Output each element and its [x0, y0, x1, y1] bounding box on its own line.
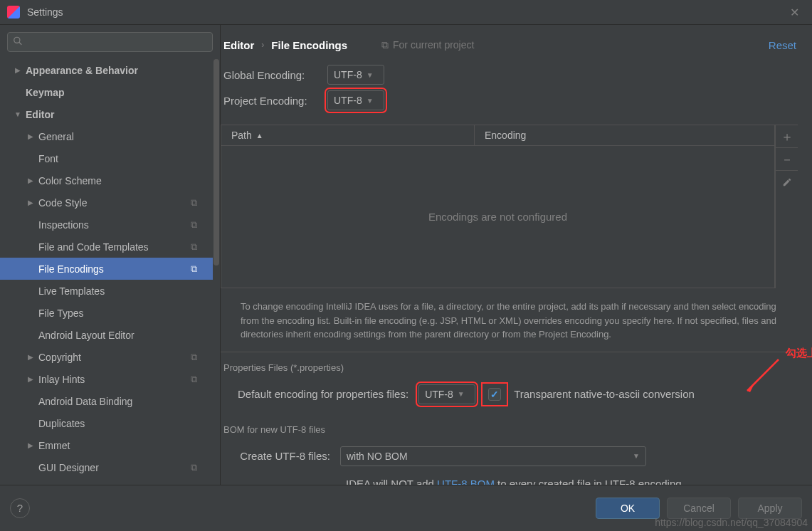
current-project-badge: ⧉ For current project	[381, 39, 474, 51]
sidebar-item-file-and-code-templates[interactable]: File and Code Templates⧉	[0, 236, 220, 258]
sidebar-item-file-encodings[interactable]: File Encodings⧉	[0, 258, 220, 280]
sidebar-item-editor[interactable]: ▼Editor	[0, 103, 220, 125]
svg-point-0	[14, 37, 20, 43]
sidebar-item-label: Appearance & Behavior	[26, 65, 138, 76]
sidebar-item-label: Code Style	[38, 197, 87, 209]
global-encoding-dropdown[interactable]: UTF-8 ▼	[327, 65, 384, 85]
sidebar-item-copyright[interactable]: ▶Copyright⧉	[0, 346, 220, 368]
sidebar-item-duplicates[interactable]: Duplicates	[0, 412, 220, 434]
chevron-down-icon[interactable]: ▼	[13, 110, 23, 118]
create-utf8-dropdown[interactable]: with NO BOM ▼	[340, 446, 646, 466]
sidebar-item-inspections[interactable]: Inspections⧉	[0, 214, 220, 236]
sidebar-item-general[interactable]: ▶General	[0, 125, 220, 147]
column-encoding[interactable]: Encoding	[475, 125, 774, 145]
properties-encoding-dropdown[interactable]: UTF-8 ▼	[418, 384, 475, 404]
create-utf8-label: Create UTF-8 files:	[238, 450, 330, 462]
chevron-down-icon: ▼	[458, 390, 465, 398]
sidebar-item-color-scheme[interactable]: ▶Color Scheme	[0, 169, 220, 191]
sidebar-item-label: Android Layout Editor	[38, 330, 135, 341]
sidebar-item-label: Inlay Hints	[38, 374, 85, 385]
app-icon	[7, 6, 20, 19]
breadcrumb-root[interactable]: Editor	[223, 39, 254, 51]
project-encoding-label: Project Encoding:	[223, 95, 327, 107]
default-properties-encoding-label: Default encoding for properties files:	[238, 388, 408, 400]
project-encoding-dropdown[interactable]: UTF-8 ▼	[327, 90, 384, 110]
sidebar-item-keymap[interactable]: Keymap	[0, 81, 220, 103]
sidebar-item-emmet[interactable]: ▶Emmet	[0, 434, 220, 456]
remove-button[interactable]: －	[776, 148, 798, 171]
utf8-bom-link[interactable]: UTF-8 BOM	[437, 478, 495, 485]
sidebar-item-label: Keymap	[26, 87, 64, 98]
chevron-right-icon[interactable]: ▶	[26, 132, 36, 140]
sidebar-item-font[interactable]: Font	[0, 147, 220, 169]
edit-button[interactable]	[776, 171, 798, 194]
sidebar-item-live-templates[interactable]: Live Templates	[0, 280, 220, 302]
chevron-down-icon: ▼	[367, 71, 374, 79]
sidebar-item-label: Emmet	[38, 440, 70, 451]
settings-main: Editor › File Encodings ⧉ For current pr…	[221, 25, 812, 485]
chevron-right-icon[interactable]: ▶	[13, 66, 23, 74]
settings-tree: ▶Appearance & BehaviorKeymap▼Editor▶Gene…	[0, 59, 220, 478]
transparent-ascii-label: Transparent native-to-ascii conversion	[514, 388, 695, 400]
project-scope-icon: ⧉	[191, 263, 197, 275]
chevron-right-icon[interactable]: ▶	[26, 441, 36, 449]
add-button[interactable]: ＋	[776, 125, 798, 148]
sidebar-item-android-layout-editor[interactable]: Android Layout Editor	[0, 324, 220, 346]
cancel-button[interactable]: Cancel	[667, 498, 731, 519]
sidebar-scrollbar[interactable]	[213, 25, 220, 485]
chevron-right-icon[interactable]: ▶	[26, 199, 36, 206]
chevron-down-icon: ▼	[633, 452, 640, 460]
transparent-ascii-checkbox[interactable]	[488, 388, 501, 401]
sidebar-item-label: Android Data Binding	[38, 396, 132, 407]
bom-section-title: BOM for new UTF-8 files	[221, 409, 798, 442]
watermark-text: https://blog.csdn.net/qq_37084904	[655, 517, 808, 528]
global-encoding-label: Global Encoding:	[223, 69, 327, 81]
settings-search-input[interactable]	[7, 32, 213, 52]
sidebar-item-label: File and Code Templates	[38, 241, 149, 253]
close-icon[interactable]: ✕	[784, 3, 805, 22]
sidebar-item-android-data-binding[interactable]: Android Data Binding	[0, 390, 220, 412]
sidebar-item-label: Live Templates	[38, 285, 105, 297]
table-side-toolbar: ＋ －	[775, 125, 798, 288]
sidebar-item-appearance-behavior[interactable]: ▶Appearance & Behavior	[0, 59, 220, 81]
sidebar-item-label: GUI Designer	[38, 462, 99, 473]
project-scope-icon: ⧉	[191, 219, 197, 231]
help-button[interactable]: ?	[10, 498, 30, 518]
sidebar-item-file-types[interactable]: File Types	[0, 302, 220, 324]
title-bar: Settings ✕	[0, 0, 812, 25]
project-scope-icon: ⧉	[191, 241, 197, 253]
project-scope-icon: ⧉	[191, 352, 197, 363]
sidebar-item-label: Copyright	[38, 352, 81, 363]
project-scope-icon: ⧉	[191, 374, 197, 385]
bom-note: IDEA will NOT add UTF-8 BOM to every cre…	[221, 472, 798, 485]
sidebar-item-inlay-hints[interactable]: ▶Inlay Hints⧉	[0, 368, 220, 390]
project-scope-icon: ⧉	[191, 462, 197, 473]
apply-button[interactable]: Apply	[738, 498, 802, 519]
svg-line-1	[19, 42, 22, 45]
chevron-right-icon[interactable]: ▶	[26, 177, 36, 184]
sidebar-item-label: File Types	[38, 307, 84, 319]
encoding-table-header: Path ▲ Encoding	[221, 125, 775, 146]
chevron-right-icon[interactable]: ▶	[26, 353, 36, 361]
chevron-right-icon[interactable]: ▶	[26, 375, 36, 383]
chevron-down-icon: ▼	[367, 97, 374, 105]
search-icon	[13, 36, 23, 48]
encoding-description: To change encoding IntelliJ IDEA uses fo…	[221, 288, 798, 352]
sidebar-item-gui-designer[interactable]: GUI Designer⧉	[0, 456, 220, 478]
breadcrumb-leaf: File Encodings	[271, 39, 347, 51]
copy-icon: ⧉	[381, 39, 389, 51]
settings-sidebar: ▶Appearance & BehaviorKeymap▼Editor▶Gene…	[0, 25, 221, 485]
sidebar-item-label: Font	[38, 153, 58, 164]
column-path[interactable]: Path ▲	[221, 125, 475, 145]
sidebar-item-label: Color Scheme	[38, 175, 102, 186]
ok-button[interactable]: OK	[596, 498, 660, 519]
window-title: Settings	[27, 6, 63, 18]
sort-asc-icon: ▲	[256, 132, 263, 140]
sidebar-item-code-style[interactable]: ▶Code Style⧉	[0, 191, 220, 214]
table-empty-text: Encodings are not configured	[221, 146, 774, 288]
dialog-body: ▶Appearance & BehaviorKeymap▼Editor▶Gene…	[0, 25, 812, 485]
reset-link[interactable]: Reset	[769, 39, 798, 51]
properties-section-title: Properties Files (*.properties)	[221, 352, 798, 380]
sidebar-item-label: General	[38, 131, 74, 142]
sidebar-scroll-thumb[interactable]	[213, 59, 219, 266]
